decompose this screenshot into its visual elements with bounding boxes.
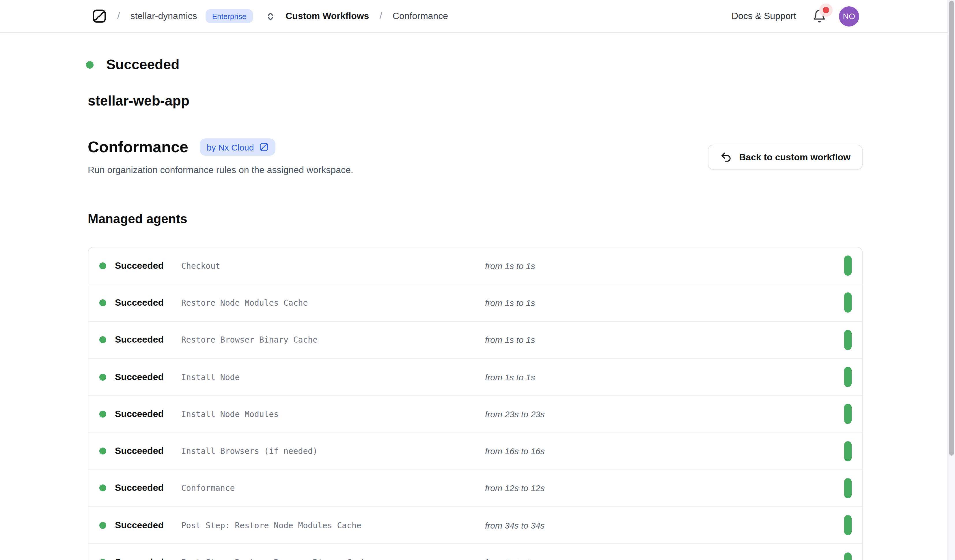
success-status-dot [99, 448, 106, 454]
step-timing: from 1s to 1s [485, 261, 535, 270]
by-nx-cloud-badge[interactable]: by Nx Cloud [200, 139, 275, 156]
agent-step-row[interactable]: Succeeded Checkout from 1s to 1s [88, 247, 862, 284]
agent-step-row[interactable]: Succeeded Conformance from 12s to 12s [88, 470, 862, 507]
step-status-label: Succeeded [115, 334, 164, 345]
workspace-title: stellar-web-app [88, 92, 189, 109]
step-status-label: Succeeded [115, 372, 164, 382]
scrollbar-thumb[interactable] [949, 1, 954, 455]
breadcrumb-separator: / [379, 10, 382, 22]
success-status-dot [99, 336, 106, 343]
success-status-dot [99, 410, 106, 418]
step-name: Install Node [181, 372, 240, 382]
managed-agents-list: Succeeded Checkout from 1s to 1s Succeed… [88, 247, 863, 560]
step-duration-bar [844, 329, 852, 350]
nx-cloud-logo-icon[interactable] [92, 9, 107, 23]
step-timing: from 1s to 1s [485, 298, 535, 308]
page: / stellar-dynamics Enterprise Custom Wor… [0, 0, 955, 560]
managed-agents-title: Managed agents [88, 211, 187, 227]
step-timing: from 1s to 1s [485, 372, 535, 382]
step-duration-bar [844, 256, 852, 276]
top-navigation-bar: / stellar-dynamics Enterprise Custom Wor… [0, 0, 955, 33]
step-timing: from 23s to 23s [485, 409, 545, 419]
step-name: Conformance [181, 484, 235, 493]
step-name: Restore Node Modules Cache [181, 298, 308, 307]
breadcrumb-separator: / [117, 10, 120, 22]
step-timing: from 16s to 16s [485, 446, 545, 456]
notifications-button[interactable] [813, 9, 826, 23]
step-name: Post Step: Restore Browser Binary Cache [181, 558, 371, 560]
success-status-dot [99, 262, 106, 269]
agent-step-row[interactable]: Succeeded Install Browsers (if needed) f… [88, 432, 862, 470]
agent-step-row[interactable]: Succeeded Install Node from 1s to 1s [88, 358, 862, 395]
breadcrumb-custom-workflows[interactable]: Custom Workflows [285, 11, 369, 21]
success-status-dot [99, 373, 106, 381]
by-nx-cloud-label: by Nx Cloud [207, 142, 254, 152]
step-duration-bar [844, 515, 852, 535]
step-duration-bar [844, 552, 852, 560]
run-status: Succeeded [86, 56, 179, 73]
step-status-label: Succeeded [115, 557, 164, 560]
step-name: Restore Browser Binary Cache [181, 335, 318, 344]
success-status-dot [99, 485, 106, 492]
docs-support-link[interactable]: Docs & Support [731, 11, 796, 21]
step-status-label: Succeeded [115, 520, 164, 530]
undo-arrow-icon [720, 151, 732, 163]
notification-badge-dot [823, 7, 829, 13]
step-duration-bar [844, 478, 852, 498]
user-avatar[interactable]: NO [839, 6, 859, 26]
breadcrumb-conformance: Conformance [393, 11, 448, 21]
step-duration-bar [844, 404, 852, 424]
back-to-custom-workflow-button[interactable]: Back to custom workflow [708, 145, 863, 170]
step-status-label: Succeeded [115, 409, 164, 419]
workflow-description: Run organization conformance rules on th… [88, 164, 353, 176]
agent-step-row[interactable]: Succeeded Install Node Modules from 23s … [88, 395, 862, 432]
step-timing: from 12s to 12s [485, 483, 545, 493]
workflow-title: Conformance [88, 137, 188, 157]
step-duration-bar [844, 293, 852, 313]
chevrons-up-down-icon[interactable] [265, 11, 275, 21]
workflow-header: Conformance by Nx Cloud [88, 137, 275, 157]
step-status-label: Succeeded [115, 446, 164, 456]
success-status-dot [99, 559, 106, 560]
enterprise-badge: Enterprise [206, 9, 253, 23]
agent-step-row[interactable]: Succeeded Post Step: Restore Node Module… [88, 506, 862, 544]
step-status-label: Succeeded [115, 261, 164, 271]
step-timing: from 34s to 34s [485, 520, 545, 530]
step-timing: from 1s to 1s [485, 557, 535, 560]
success-status-dot [86, 61, 94, 68]
header-actions: Docs & Support NO [731, 6, 859, 26]
success-status-dot [99, 522, 106, 529]
agent-step-row[interactable]: Succeeded Post Step: Restore Browser Bin… [88, 544, 862, 560]
breadcrumb-org[interactable]: stellar-dynamics [130, 11, 197, 21]
agent-step-row[interactable]: Succeeded Restore Browser Binary Cache f… [88, 321, 862, 358]
step-timing: from 1s to 1s [485, 335, 535, 345]
agent-step-row[interactable]: Succeeded Restore Node Modules Cache fro… [88, 284, 862, 321]
step-duration-bar [844, 441, 852, 461]
step-status-label: Succeeded [115, 298, 164, 308]
step-name: Install Browsers (if needed) [181, 446, 318, 455]
step-name: Install Node Modules [181, 409, 279, 419]
run-status-label: Succeeded [106, 56, 179, 73]
success-status-dot [99, 299, 106, 306]
step-name: Checkout [181, 261, 220, 270]
back-button-label: Back to custom workflow [739, 152, 850, 162]
step-status-label: Succeeded [115, 483, 164, 493]
nx-cloud-mini-logo-icon [259, 142, 268, 152]
step-name: Post Step: Restore Node Modules Cache [181, 521, 362, 530]
step-duration-bar [844, 367, 852, 387]
scrollbar-track [947, 0, 955, 560]
